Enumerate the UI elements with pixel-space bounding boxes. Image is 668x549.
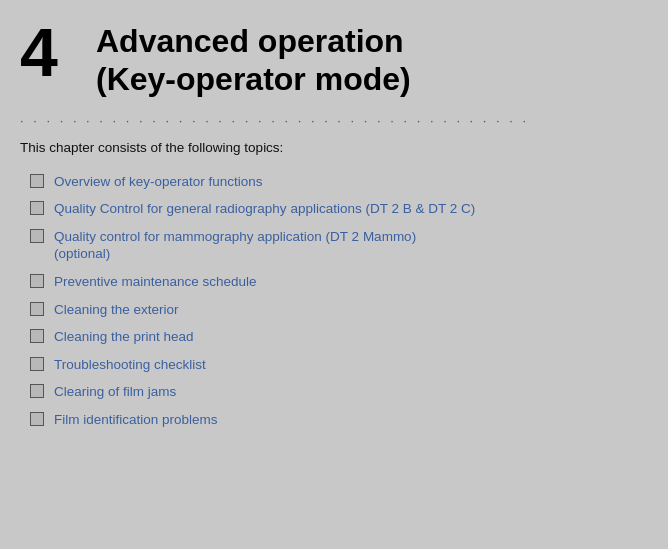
list-item: Cleaning the print head: [30, 328, 648, 346]
list-item: Troubleshooting checklist: [30, 356, 648, 374]
toc-list: Overview of key-operator functions Quali…: [0, 169, 668, 428]
toc-link-7[interactable]: Troubleshooting checklist: [54, 356, 206, 374]
toc-link-8[interactable]: Clearing of film jams: [54, 383, 176, 401]
title-line1: Advanced operation: [96, 23, 404, 59]
checkbox-icon: [30, 357, 44, 371]
intro-text: This chapter consists of the following t…: [0, 136, 668, 169]
checkbox-icon: [30, 229, 44, 243]
checkbox-icon: [30, 274, 44, 288]
checkbox-icon: [30, 412, 44, 426]
toc-link-4[interactable]: Preventive maintenance schedule: [54, 273, 257, 291]
toc-link-2[interactable]: Quality Control for general radiography …: [54, 200, 475, 218]
header-section: 4 Advanced operation (Key-operator mode): [0, 0, 668, 109]
list-item: Quality Control for general radiography …: [30, 200, 648, 218]
toc-link-3[interactable]: Quality control for mammography applicat…: [54, 228, 416, 263]
checkbox-icon: [30, 174, 44, 188]
list-item: Cleaning the exterior: [30, 301, 648, 319]
list-item: Quality control for mammography applicat…: [30, 228, 648, 263]
checkbox-icon: [30, 302, 44, 316]
list-item: Preventive maintenance schedule: [30, 273, 648, 291]
toc-link-6[interactable]: Cleaning the print head: [54, 328, 194, 346]
toc-link-9[interactable]: Film identification problems: [54, 411, 218, 429]
toc-link-1[interactable]: Overview of key-operator functions: [54, 173, 263, 191]
checkbox-icon: [30, 201, 44, 215]
checkbox-icon: [30, 329, 44, 343]
toc-link-5[interactable]: Cleaning the exterior: [54, 301, 179, 319]
page-container: 4 Advanced operation (Key-operator mode)…: [0, 0, 668, 549]
list-item: Overview of key-operator functions: [30, 173, 648, 191]
list-item: Clearing of film jams: [30, 383, 648, 401]
chapter-title: Advanced operation (Key-operator mode): [96, 18, 411, 99]
list-item: Film identification problems: [30, 411, 648, 429]
checkbox-icon: [30, 384, 44, 398]
chapter-number: 4: [20, 18, 80, 86]
divider-dots: · · · · · · · · · · · · · · · · · · · · …: [0, 109, 668, 136]
title-line2: (Key-operator mode): [96, 61, 411, 97]
